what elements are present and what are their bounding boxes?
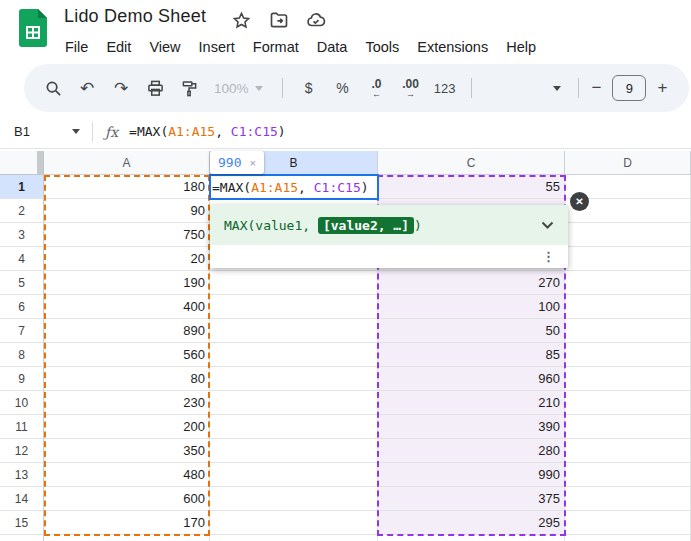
cell-C8[interactable]: 85 [378,343,565,367]
cell-A2[interactable]: 90 [44,199,210,223]
cell-C15[interactable]: 295 [378,511,565,535]
document-title[interactable]: Lido Demo Sheet [64,6,206,27]
cell-C6[interactable]: 100 [378,295,565,319]
cell-A1[interactable]: 180 [44,175,210,199]
star-icon[interactable] [231,10,251,30]
select-all-corner[interactable] [0,151,44,175]
cell-D7[interactable] [565,319,691,343]
row-header-13[interactable]: 13 [0,463,44,487]
cell-editor-B1[interactable]: =MAX(A1:A15, C1:C15) [209,174,379,200]
cell-B11[interactable] [210,415,378,439]
sheets-logo-icon[interactable] [19,9,47,47]
move-folder-icon[interactable] [269,10,289,30]
row-header-16[interactable]: 16 [0,535,44,541]
cell-D13[interactable] [565,463,691,487]
cell-D14[interactable] [565,487,691,511]
name-box[interactable]: B1 [0,124,80,139]
cell-B13[interactable] [210,463,378,487]
row-header-4[interactable]: 4 [0,247,44,271]
cell-C13[interactable]: 990 [378,463,565,487]
cell-A7[interactable]: 890 [44,319,210,343]
cell-C11[interactable]: 390 [378,415,565,439]
cell-D12[interactable] [565,439,691,463]
cell-D9[interactable] [565,367,691,391]
menu-edit[interactable]: Edit [97,39,140,55]
cell-C16[interactable] [378,535,565,541]
increase-font-size-button[interactable]: + [653,78,671,98]
row-header-9[interactable]: 9 [0,367,44,391]
row-header-5[interactable]: 5 [0,271,44,295]
row-header-10[interactable]: 10 [0,391,44,415]
cell-C12[interactable]: 280 [378,439,565,463]
cell-C5[interactable]: 270 [378,271,565,295]
column-header-A[interactable]: A [44,151,210,175]
row-header-15[interactable]: 15 [0,511,44,535]
paint-format-icon[interactable] [174,73,204,103]
cell-A6[interactable]: 400 [44,295,210,319]
cell-A9[interactable]: 80 [44,367,210,391]
menu-data[interactable]: Data [308,39,357,55]
cell-C1[interactable]: 55 [378,175,565,199]
menu-help[interactable]: Help [497,39,545,55]
column-header-C[interactable]: C [378,151,565,175]
cell-D5[interactable] [565,271,691,295]
column-header-D[interactable]: D [565,151,691,175]
decrease-font-size-button[interactable]: − [588,78,606,98]
search-icon[interactable] [38,73,68,103]
row-header-1[interactable]: 1 [0,175,44,199]
cell-D11[interactable] [565,415,691,439]
zoom-control[interactable]: 100% [214,81,263,96]
cell-B16[interactable] [210,535,378,541]
cell-D16[interactable] [565,535,691,541]
cell-D4[interactable] [565,247,691,271]
row-header-3[interactable]: 3 [0,223,44,247]
cell-D10[interactable] [565,391,691,415]
row-header-14[interactable]: 14 [0,487,44,511]
cell-D6[interactable] [565,295,691,319]
format-currency-button[interactable]: $ [294,73,324,103]
cell-B12[interactable] [210,439,378,463]
close-formula-help-button[interactable]: ✕ [570,192,589,211]
cell-C7[interactable]: 50 [378,319,565,343]
cell-C9[interactable]: 960 [378,367,565,391]
decrease-decimal-button[interactable]: .0← [362,73,392,103]
dismiss-preview-icon[interactable]: × [249,157,255,169]
menu-format[interactable]: Format [244,39,308,55]
more-options-kebab-icon[interactable]: ⋮ [542,250,555,263]
row-header-7[interactable]: 7 [0,319,44,343]
cell-C14[interactable]: 375 [378,487,565,511]
row-header-2[interactable]: 2 [0,199,44,223]
redo-icon[interactable]: ↷ [106,73,136,103]
cloud-saved-icon[interactable] [306,10,326,30]
cell-C10[interactable]: 210 [378,391,565,415]
cell-B14[interactable] [210,487,378,511]
menu-view[interactable]: View [140,39,189,55]
cell-A13[interactable]: 480 [44,463,210,487]
menu-tools[interactable]: Tools [356,39,408,55]
cell-A3[interactable]: 750 [44,223,210,247]
cell-B10[interactable] [210,391,378,415]
row-header-6[interactable]: 6 [0,295,44,319]
cell-A10[interactable]: 230 [44,391,210,415]
cell-A4[interactable]: 20 [44,247,210,271]
cell-B9[interactable] [210,367,378,391]
font-family-selector[interactable] [481,73,569,103]
cell-A5[interactable]: 190 [44,271,210,295]
cell-D15[interactable] [565,511,691,535]
number-format-button[interactable]: 123 [430,73,460,103]
cell-B7[interactable] [210,319,378,343]
cell-A15[interactable]: 170 [44,511,210,535]
cell-A11[interactable]: 200 [44,415,210,439]
expand-help-chevron-icon[interactable] [541,221,554,230]
cell-B15[interactable] [210,511,378,535]
cell-B6[interactable] [210,295,378,319]
cell-A14[interactable]: 600 [44,487,210,511]
cell-B5[interactable] [210,271,378,295]
increase-decimal-button[interactable]: .00→ [396,73,426,103]
cell-B8[interactable] [210,343,378,367]
cell-A12[interactable]: 350 [44,439,210,463]
menu-file[interactable]: File [56,39,97,55]
format-percent-button[interactable]: % [328,73,358,103]
cell-D8[interactable] [565,343,691,367]
menu-insert[interactable]: Insert [190,39,244,55]
